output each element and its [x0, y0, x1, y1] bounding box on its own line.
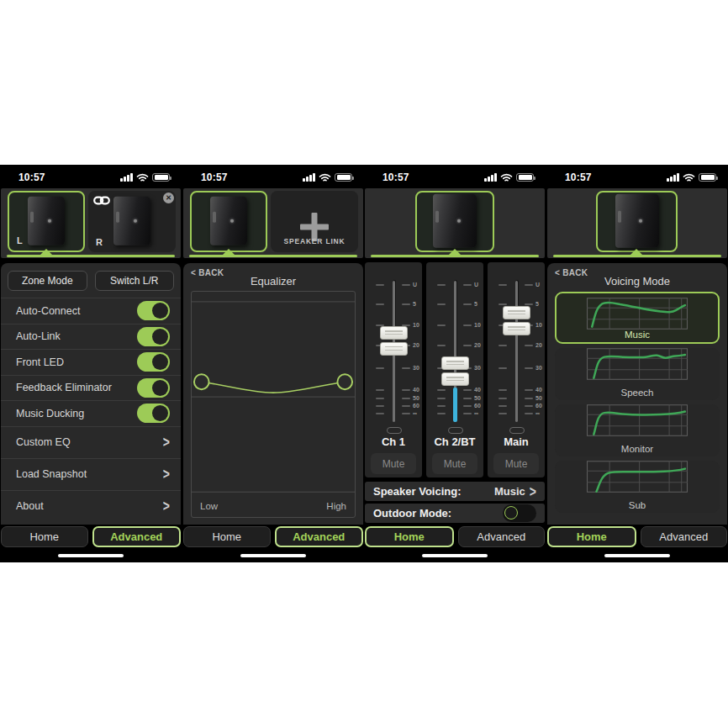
zone-mode-button[interactable]: Zone Mode	[8, 271, 87, 291]
tab-home[interactable]: Home	[547, 526, 636, 547]
selection-pointer	[40, 249, 52, 255]
voicing-option-sub[interactable]: Sub	[555, 461, 720, 513]
channel-main: U 5 10 20 30 40 50 60 ∞ Main Mute	[488, 262, 545, 477]
speaker-card-label: R	[96, 237, 103, 247]
speaker-image	[210, 196, 247, 245]
tab-advanced[interactable]: Advanced	[458, 526, 546, 547]
status-time: 10:57	[565, 171, 592, 183]
ch1-meter	[387, 427, 402, 434]
voicing-mode-list: Music Speech	[555, 292, 720, 516]
app-screenshots-strip: 10:57 L	[0, 165, 728, 562]
screen-voicing-mode: 10:57 < BACK Voicing Mode	[546, 165, 728, 562]
panel-title: Equalizer	[183, 275, 363, 288]
ch2-fader-handle[interactable]	[441, 356, 469, 388]
music-ducking-toggle[interactable]	[137, 404, 170, 423]
setting-row-feedback-eliminator: Feedback Eliminator	[1, 375, 181, 401]
status-time: 10:57	[382, 171, 409, 183]
speaker-selector-panel	[547, 188, 727, 258]
auto-connect-toggle[interactable]	[137, 301, 170, 320]
status-icons	[667, 173, 716, 182]
selection-underline	[371, 255, 539, 257]
voicing-option-music[interactable]: Music	[555, 292, 720, 344]
auto-link-toggle[interactable]	[137, 327, 170, 346]
main-fader-handle[interactable]	[503, 306, 530, 337]
speaker-card-right[interactable]: ✕ R	[88, 191, 176, 252]
front-led-toggle[interactable]	[137, 352, 170, 372]
channel-ch1: U 5 10 20 30 40 50 60 ∞ Ch 1 Mute	[365, 262, 422, 477]
speaker-link-card[interactable]: SPEAKER LINK	[271, 191, 358, 252]
selection-underline	[189, 255, 357, 257]
ch1-fader-handle[interactable]	[380, 326, 408, 357]
tab-advanced[interactable]: Advanced	[92, 526, 182, 547]
eq-axis-high-label: High	[326, 501, 346, 511]
ch2-mute-button[interactable]: Mute	[432, 453, 477, 474]
eq-handle-high[interactable]	[337, 374, 352, 389]
speaker-link-label: SPEAKER LINK	[271, 237, 358, 245]
status-bar: 10:57	[364, 165, 546, 187]
voicing-option-monitor[interactable]: Monitor	[555, 404, 720, 456]
bottom-tab-bar: Home Advanced	[1, 526, 181, 547]
speaker-card-left[interactable]: L	[8, 191, 85, 252]
status-time: 10:57	[201, 171, 228, 183]
channel-ch2-bt: U 5 10 20 30 40 50 60 ∞ Ch 2/BT Mute	[426, 262, 483, 477]
main-fader-track[interactable]	[515, 281, 518, 422]
selection-pointer	[449, 249, 461, 255]
equalizer-panel: < BACK Equalizer Low High	[183, 263, 363, 525]
nav-row-about[interactable]: About >	[1, 490, 181, 522]
selection-pointer	[223, 249, 235, 255]
cellular-signal-icon	[303, 173, 315, 182]
tab-advanced[interactable]: Advanced	[275, 526, 364, 547]
status-bar: 10:57	[0, 165, 182, 187]
voicing-option-label: Speech	[555, 388, 720, 398]
wifi-icon	[683, 173, 695, 182]
chevron-right-icon: >	[163, 466, 170, 483]
chevron-right-icon: >	[163, 434, 170, 451]
setting-row-music-ducking: Music Ducking	[1, 400, 181, 426]
setting-row-front-led: Front LED	[1, 349, 181, 375]
tab-home[interactable]: Home	[365, 526, 454, 547]
tab-advanced[interactable]: Advanced	[641, 526, 728, 547]
status-bar: 10:57	[182, 165, 364, 187]
eq-handle-low[interactable]	[194, 374, 209, 389]
speaker-image	[113, 196, 150, 245]
tab-home[interactable]: Home	[1, 526, 88, 547]
chevron-right-icon: >	[163, 498, 170, 514]
nav-row-custom-eq[interactable]: Custom EQ >	[1, 426, 181, 458]
bottom-tab-bar: Home Advanced	[365, 526, 545, 547]
selection-underline	[7, 255, 175, 257]
home-indicator	[604, 554, 670, 557]
voicing-option-speech[interactable]: Speech	[555, 348, 720, 400]
speaker-voicing-row[interactable]: Speaker Voicing: Music >	[365, 482, 545, 501]
channel-name: Main	[488, 435, 545, 448]
voicing-mode-panel: < BACK Voicing Mode Music	[547, 263, 727, 525]
voicing-option-label: Monitor	[555, 444, 720, 454]
tab-home[interactable]: Home	[183, 526, 271, 547]
main-mute-button[interactable]: Mute	[493, 453, 539, 474]
speaker-voicing-value: Music	[494, 485, 525, 498]
link-icon	[93, 194, 110, 209]
speaker-image	[615, 193, 659, 247]
setting-row-auto-connect: Auto-Connect	[1, 298, 181, 324]
monitor-curve-thumbnail	[587, 404, 688, 436]
close-icon[interactable]: ✕	[163, 193, 174, 203]
speaker-card[interactable]	[190, 191, 267, 252]
speaker-card[interactable]	[596, 191, 678, 252]
feedback-eliminator-toggle[interactable]	[137, 378, 170, 398]
voicing-option-label: Sub	[555, 500, 720, 510]
nav-row-load-snapshot[interactable]: Load Snapshot >	[1, 458, 181, 490]
speaker-image	[433, 193, 477, 247]
settings-rows: Auto-Connect Auto-Link Front LED Feedbac…	[1, 298, 181, 522]
eq-graph[interactable]: Low High	[191, 291, 356, 518]
status-icons	[484, 173, 534, 182]
voicing-option-label: Music	[557, 330, 718, 340]
advanced-settings-panel: Zone Mode Switch L/R Auto-Connect Auto-L…	[1, 263, 181, 525]
speaker-card[interactable]	[415, 191, 494, 252]
outdoor-mode-toggle[interactable]	[503, 504, 536, 522]
ch1-mute-button[interactable]: Mute	[371, 453, 416, 474]
battery-icon	[516, 173, 534, 182]
battery-icon	[699, 173, 716, 182]
switch-lr-button[interactable]: Switch L/R	[95, 271, 175, 291]
selection-pointer	[630, 249, 642, 255]
status-time: 10:57	[18, 171, 45, 183]
wifi-icon	[136, 173, 149, 182]
